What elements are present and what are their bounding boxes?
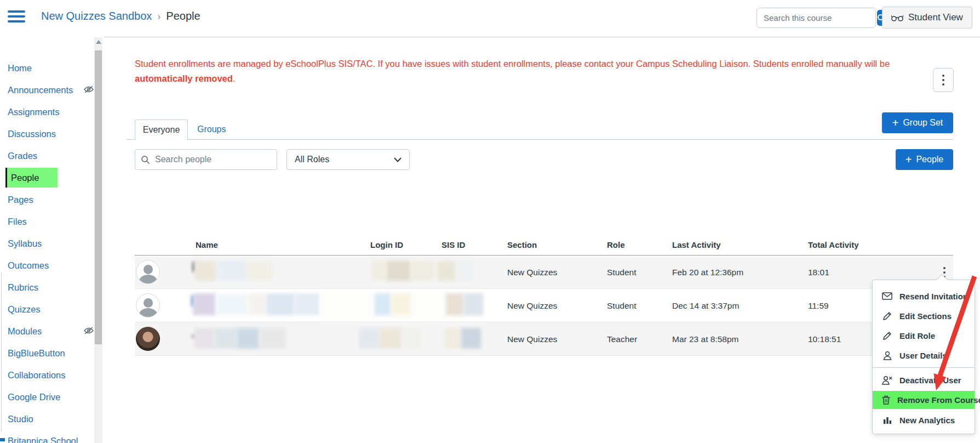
cell-total-activity: 18:01 (808, 268, 829, 277)
plus-icon: + (906, 154, 912, 165)
add-people-button[interactable]: + People (896, 149, 953, 170)
scrollbar-up-arrow-icon[interactable] (96, 40, 101, 44)
sidebar-item-people[interactable]: People (8, 167, 95, 189)
menu-item-deactivate-user[interactable]: Deactivate User (873, 370, 975, 390)
glasses-icon (891, 14, 903, 21)
kebab-dot (942, 75, 944, 77)
search-icon (141, 155, 150, 164)
sidebar-item-collaborations[interactable]: Collaborations (8, 364, 95, 386)
trash-icon (882, 395, 890, 405)
enrollment-notice: Student enrollments are managed by eScho… (135, 56, 915, 86)
chevron-down-icon (394, 157, 402, 162)
cell-role: Teacher (607, 334, 637, 344)
avatar[interactable] (136, 327, 160, 351)
plus-icon: + (892, 117, 899, 128)
col-header-login-id: Login ID (370, 240, 403, 249)
breadcrumb-current-page: People (166, 10, 200, 22)
eye-slash-icon (83, 85, 94, 95)
menu-item-edit-sections[interactable]: Edit Sections (873, 306, 975, 326)
tab-everyone[interactable]: Everyone (135, 120, 188, 140)
sidebar-item-modules[interactable]: Modules (8, 320, 95, 342)
menu-item-new-analytics[interactable]: New Analytics (873, 410, 975, 430)
user-options-context-menu: Resend Invitation Edit Sections Edit Rol… (872, 280, 975, 434)
table-row[interactable]: New Quizzes Student Feb 20 at 12:36pm 18… (135, 255, 953, 289)
cell-section: New Quizzes (507, 301, 557, 311)
student-view-button[interactable]: Student View (882, 7, 972, 29)
page-options-kebab-button[interactable] (933, 68, 954, 92)
sidebar-item-quizzes[interactable]: Quizzes (8, 298, 95, 320)
sidebar-item-files[interactable]: Files (8, 211, 95, 232)
roles-filter-select[interactable]: All Roles (286, 149, 410, 170)
sidebar-item-britannica-school[interactable]: Britannica School (8, 430, 95, 443)
people-search-box (135, 149, 277, 170)
course-search-input[interactable] (757, 13, 877, 22)
sidebar-scrollbar-thumb[interactable] (95, 50, 102, 344)
sidebar-item-grades[interactable]: Grades (8, 145, 95, 167)
avatar[interactable] (136, 260, 160, 284)
sidebar-item-studio[interactable]: Studio (8, 408, 95, 430)
avatar[interactable] (136, 293, 160, 317)
sidebar-item-announcements[interactable]: Announcements (8, 79, 95, 101)
edge-artifact (0, 438, 5, 441)
notice-bold-text: automatically removed (135, 73, 233, 83)
table-row[interactable]: New Quizzes Student Dec 14 at 3:37pm 11:… (135, 289, 953, 322)
col-header-role: Role (607, 240, 625, 249)
cell-last-activity: Mar 23 at 8:58pm (672, 334, 738, 344)
sidebar-item-syllabus[interactable]: Syllabus (8, 232, 95, 254)
sidebar-item-assignments[interactable]: Assignments (8, 101, 95, 123)
cell-section: New Quizzes (507, 268, 557, 277)
sidebar-item-rubrics[interactable]: Rubrics (8, 276, 95, 298)
sidebar-item-discussions[interactable]: Discussions (8, 123, 95, 145)
col-header-total-activity: Total Activity (808, 240, 859, 249)
header-divider (104, 37, 980, 37)
menu-item-user-details[interactable]: User Details (873, 345, 975, 365)
col-header-name: Name (196, 240, 218, 249)
cell-role: Student (607, 268, 636, 277)
breadcrumb-course-link[interactable]: New Quizzes Sandbox (41, 10, 152, 22)
sidebar-item-outcomes[interactable]: Outcomes (8, 254, 95, 276)
cell-section: New Quizzes (507, 334, 557, 344)
sidebar-item-google-drive[interactable]: Google Drive (8, 386, 95, 408)
table-header-row: Name Login ID SIS ID Section Role Last A… (135, 236, 953, 255)
envelope-icon (882, 292, 892, 300)
pencil-icon (882, 311, 892, 321)
popover-edge-artifact (1, 272, 2, 431)
tab-groups[interactable]: Groups (197, 124, 226, 134)
pencil-icon (882, 331, 892, 340)
people-search-input[interactable] (155, 155, 271, 164)
tabbar-divider (127, 139, 953, 140)
menu-item-remove-from-course[interactable]: Remove From Course (873, 391, 975, 409)
menu-divider (873, 367, 975, 368)
cell-last-activity: Feb 20 at 12:36pm (672, 268, 743, 277)
course-search-box (757, 8, 876, 28)
course-nav: Home Announcements Assignments Discussio… (8, 57, 95, 443)
cell-total-activity: 10:18:51 (808, 334, 841, 344)
cell-last-activity: Dec 14 at 3:37pm (672, 301, 739, 311)
global-nav-hamburger-icon[interactable] (8, 10, 25, 25)
menu-item-resend-invitation[interactable]: Resend Invitation (873, 286, 975, 306)
sidebar-item-bigbluebutton[interactable]: BigBlueButton (8, 342, 95, 364)
table-row[interactable]: New Quizzes Teacher Mar 23 at 8:58pm 10:… (135, 322, 953, 356)
add-group-set-button[interactable]: + Group Set (882, 112, 953, 133)
col-header-sis-id: SIS ID (442, 240, 465, 249)
bar-chart-icon (882, 416, 892, 424)
col-header-section: Section (507, 240, 537, 249)
menu-item-edit-role[interactable]: Edit Role (873, 326, 975, 345)
breadcrumb: New Quizzes Sandbox›People (41, 10, 200, 22)
col-header-last-activity: Last Activity (672, 240, 721, 249)
eye-slash-icon (83, 326, 94, 337)
sidebar-item-pages[interactable]: Pages (8, 189, 95, 211)
cell-total-activity: 11:59 (808, 301, 829, 311)
cell-role: Student (607, 301, 636, 311)
user-x-icon (882, 376, 892, 385)
sidebar-item-home[interactable]: Home (8, 57, 95, 79)
user-icon (882, 351, 892, 360)
breadcrumb-separator: › (157, 11, 161, 22)
roles-selected-value: All Roles (295, 155, 329, 164)
canvas-people-page: New Quizzes Sandbox›People Student View … (0, 0, 980, 443)
